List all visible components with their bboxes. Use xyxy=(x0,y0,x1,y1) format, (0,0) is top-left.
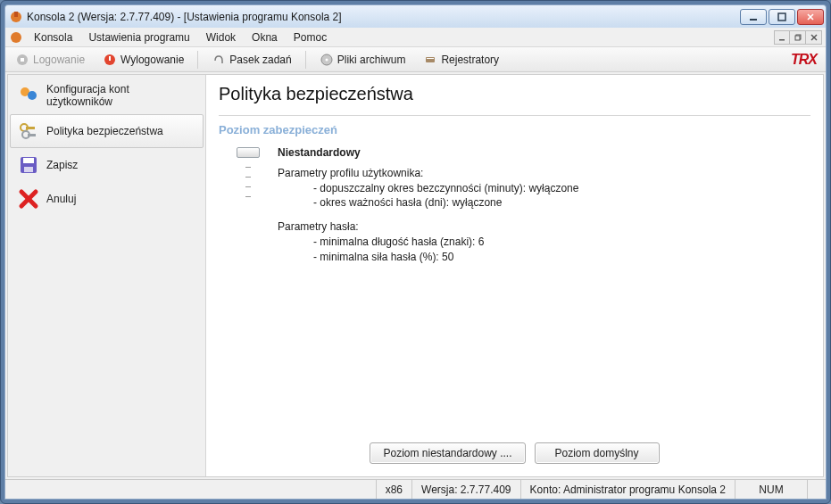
content-area: Konfiguracja kont użytkowników Polityka … xyxy=(7,74,824,477)
menu-ustawienia-programu[interactable]: Ustawienia programu xyxy=(81,29,196,45)
recorders-button[interactable]: Rejestratory xyxy=(417,50,505,70)
mdi-minimize-button[interactable] xyxy=(774,30,790,45)
security-description: Niestandardowy Parametry profilu użytkow… xyxy=(278,145,810,274)
profile-expiry: - okres ważności hasła (dni): wyłączone xyxy=(278,195,810,211)
save-icon xyxy=(18,154,39,176)
svg-rect-1 xyxy=(14,12,18,17)
svg-point-21 xyxy=(28,91,37,100)
status-account: Konto: Administrator programu Konsola 2 xyxy=(521,483,735,496)
svg-rect-3 xyxy=(778,13,785,21)
slider-tick xyxy=(245,167,251,168)
menu-widok[interactable]: Widok xyxy=(199,29,243,45)
svg-rect-9 xyxy=(795,36,800,40)
status-separator xyxy=(807,480,808,499)
svg-point-6 xyxy=(11,32,21,43)
svg-rect-23 xyxy=(26,127,35,129)
slider-thumb[interactable] xyxy=(237,147,260,158)
svg-rect-13 xyxy=(21,58,24,62)
sidebar-item-security[interactable]: Polityka bezpieczeństwa xyxy=(10,114,204,148)
sidebar: Konfiguracja kont użytkowników Polityka … xyxy=(8,75,206,476)
level-name: Niestandardowy xyxy=(278,145,810,161)
toolbar-separator xyxy=(305,51,306,69)
logo-text: TRX xyxy=(791,52,817,67)
svg-rect-7 xyxy=(779,39,785,41)
slider-tick xyxy=(245,177,251,178)
menu-pomoc[interactable]: Pomoc xyxy=(287,29,334,45)
security-slider[interactable] xyxy=(235,145,262,274)
status-arch: x86 xyxy=(377,483,411,496)
keys-icon xyxy=(18,120,39,142)
app-icon xyxy=(9,10,23,24)
svg-rect-2 xyxy=(750,19,757,21)
svg-rect-19 xyxy=(427,58,434,59)
cancel-icon xyxy=(18,188,39,210)
password-minlen: - minimalna długość hasła (znaki): 6 xyxy=(278,235,810,250)
slider-tick xyxy=(245,186,251,187)
mdi-restore-button[interactable] xyxy=(790,30,806,45)
page-title: Polityka bezpieczeństwa xyxy=(219,84,810,104)
profile-heading: Parametry profilu użytkownika: xyxy=(278,166,810,181)
disc-icon xyxy=(320,53,334,67)
svg-point-17 xyxy=(325,58,328,61)
logout-icon xyxy=(103,53,117,67)
section-heading: Poziom zabezpieczeń xyxy=(219,123,810,136)
status-num: NUM xyxy=(735,483,807,496)
logout-label: Wylogowanie xyxy=(120,54,184,66)
menu-okna[interactable]: Okna xyxy=(245,29,285,45)
toolbar-logo: TRX xyxy=(791,52,822,68)
close-button[interactable] xyxy=(797,9,824,25)
login-label: Logowanie xyxy=(33,54,85,66)
svg-rect-25 xyxy=(28,134,36,136)
logout-button[interactable]: Wylogowanie xyxy=(96,50,190,70)
menubar: Konsola Ustawienia programu Widok Okna P… xyxy=(5,28,826,47)
page-rule xyxy=(219,115,810,116)
slider-tick xyxy=(245,196,251,197)
users-icon xyxy=(18,85,39,106)
login-icon xyxy=(15,53,29,67)
mdi-close-button[interactable] xyxy=(806,30,822,45)
window-frame: Konsola 2 (Wersja: 2.7.77.409) - [Ustawi… xyxy=(0,0,831,504)
status-version: Wersja: 2.7.77.409 xyxy=(412,483,520,496)
taskbar-button[interactable]: Pasek zadań xyxy=(205,50,297,70)
svg-rect-27 xyxy=(23,158,34,163)
statusbar: x86 Wersja: 2.7.77.409 Konto: Administra… xyxy=(5,479,826,499)
security-body: Niestandardowy Parametry profilu użytkow… xyxy=(219,145,810,274)
titlebar[interactable]: Konsola 2 (Wersja: 2.7.77.409) - [Ustawi… xyxy=(4,4,827,28)
toolbar-separator xyxy=(197,51,198,69)
main-panel: Polityka bezpieczeństwa Poziom zabezpiec… xyxy=(206,75,823,476)
sidebar-item-save[interactable]: Zapisz xyxy=(10,148,204,182)
taskbar-label: Pasek zadań xyxy=(229,54,291,66)
menu-app-icon xyxy=(9,30,23,45)
sidebar-item-cancel[interactable]: Anuluj xyxy=(10,182,204,216)
minimize-button[interactable] xyxy=(740,9,767,25)
svg-rect-15 xyxy=(109,56,111,61)
password-strength: - minimalna siła hasła (%): 50 xyxy=(278,250,810,265)
password-heading: Parametry hasła: xyxy=(278,219,810,235)
maximize-button[interactable] xyxy=(769,9,795,25)
sidebar-item-label: Polityka bezpieczeństwa xyxy=(46,125,163,137)
sidebar-item-label: Anuluj xyxy=(46,193,76,205)
svg-rect-28 xyxy=(24,167,33,172)
toolbar: Logowanie Wylogowanie Pasek zadań xyxy=(5,47,826,72)
window-title: Konsola 2 (Wersja: 2.7.77.409) - [Ustawi… xyxy=(27,11,740,23)
archive-label: Pliki archiwum xyxy=(337,54,406,66)
svg-rect-18 xyxy=(426,57,435,62)
sidebar-item-accounts[interactable]: Konfiguracja kont użytkowników xyxy=(10,77,204,114)
recorders-label: Rejestratory xyxy=(441,54,499,66)
bottom-buttons: Poziom niestandardowy .... Poziom domyśl… xyxy=(219,442,810,467)
recorder-icon xyxy=(423,53,437,67)
profile-idle: - dopuszczalny okres bezczynności (minut… xyxy=(278,181,810,196)
default-level-button[interactable]: Poziom domyślny xyxy=(535,442,660,464)
paperclip-icon xyxy=(212,53,226,67)
window-body: Konsola Ustawienia programu Widok Okna P… xyxy=(4,28,827,500)
sidebar-item-label: Konfiguracja kont użytkowników xyxy=(46,83,195,108)
custom-level-button[interactable]: Poziom niestandardowy .... xyxy=(370,442,525,464)
login-button[interactable]: Logowanie xyxy=(9,50,91,70)
sidebar-item-label: Zapisz xyxy=(46,159,78,171)
archive-button[interactable]: Pliki archiwum xyxy=(313,50,412,70)
menu-konsola[interactable]: Konsola xyxy=(27,29,79,45)
